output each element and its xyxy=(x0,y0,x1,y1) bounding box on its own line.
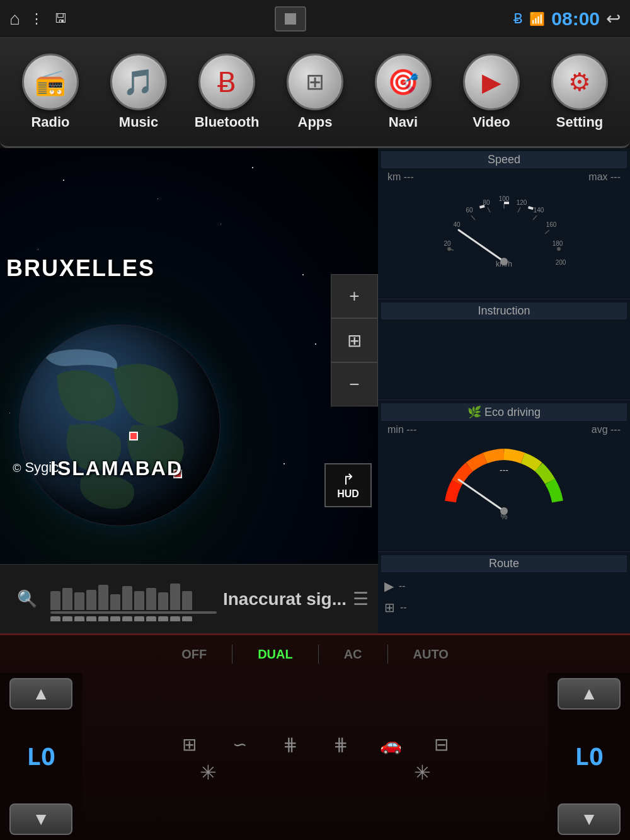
setting-button[interactable]: ⚙ xyxy=(551,54,608,110)
sig-bar-small xyxy=(182,616,192,621)
svg-line-27 xyxy=(459,480,504,511)
stop-button[interactable] xyxy=(275,6,306,32)
wifi-icon: 📶 xyxy=(529,11,545,26)
search-button[interactable]: 🔍 xyxy=(9,582,44,616)
climate-separator xyxy=(387,645,388,664)
sig-bar-small xyxy=(122,616,132,621)
sig-bar-small xyxy=(146,616,156,621)
bluetooth-nav-icon: Ƀ xyxy=(217,66,236,98)
sig-bar xyxy=(146,588,156,610)
svg-rect-21 xyxy=(479,205,485,209)
right-fan-icon[interactable]: ✳ xyxy=(414,761,431,785)
apps-button[interactable]: ⊞ xyxy=(287,54,343,110)
signal-status-text: Inaccurat sig... xyxy=(223,589,346,609)
svg-line-17 xyxy=(533,216,537,220)
music-button[interactable]: 🎵 xyxy=(110,54,167,110)
back-button[interactable]: ↩ xyxy=(606,8,621,29)
sig-bar-small xyxy=(62,616,72,621)
bluetooth-button[interactable]: Ƀ xyxy=(198,54,255,110)
seat-heat-icon[interactable]: ⋕ xyxy=(271,729,309,761)
bottom-status-bar: 🔍 xyxy=(0,564,378,633)
map-controls: + ⊞ − xyxy=(331,274,378,406)
stop-icon xyxy=(285,13,296,25)
hud-arrow-icon: ↱ xyxy=(342,471,355,488)
sig-bar xyxy=(182,591,192,610)
star xyxy=(63,180,64,181)
left-fan-icon[interactable]: ✳ xyxy=(200,761,217,785)
nav-item-music[interactable]: 🎵 Music xyxy=(101,54,176,130)
svg-text:140: 140 xyxy=(534,207,544,214)
svg-rect-22 xyxy=(504,202,509,204)
right-temp-down-button[interactable]: ▼ xyxy=(558,803,621,835)
svg-rect-23 xyxy=(528,206,534,210)
signal-bar-bottom xyxy=(50,611,217,614)
video-label: Video xyxy=(472,114,510,130)
svg-text:200: 200 xyxy=(556,259,566,266)
ac-button[interactable]: AC xyxy=(344,647,362,662)
sig-bar xyxy=(134,591,144,610)
eco-min-label: min --- xyxy=(387,424,416,435)
eco-avg-label: avg --- xyxy=(592,424,621,435)
climate-separator xyxy=(318,645,319,664)
svg-text:120: 120 xyxy=(517,199,527,206)
menu-lines-button[interactable]: ☰ xyxy=(353,589,369,609)
zoom-in-button[interactable]: + xyxy=(331,274,378,318)
music-label: Music xyxy=(119,114,158,130)
home-icon[interactable]: ⌂ xyxy=(9,9,20,29)
svg-line-19 xyxy=(459,230,504,262)
speed-gauge: 20 40 60 80 100 120 140 160 180 200 220 xyxy=(441,186,567,268)
eco-title: 🌿 Eco driving xyxy=(381,403,627,421)
auto-button[interactable]: AUTO xyxy=(413,647,449,662)
hud-label: HUD xyxy=(337,488,359,500)
radio-button[interactable]: 📻 xyxy=(22,54,79,110)
usb-icon: 🖫 xyxy=(54,11,67,26)
eco-gauge: --- % xyxy=(441,439,567,521)
right-temp-up-button[interactable]: ▲ xyxy=(558,678,621,710)
menu-dots-icon[interactable]: ⋮ xyxy=(30,11,45,27)
nav-item-radio[interactable]: 📻 Radio xyxy=(13,54,88,130)
sig-bar xyxy=(74,592,84,610)
instruction-section: Instruction xyxy=(378,299,630,400)
nav-item-apps[interactable]: ⊞ Apps xyxy=(277,54,353,130)
speed-km-label: km --- xyxy=(387,171,414,183)
nav-item-setting[interactable]: ⚙ Setting xyxy=(542,54,617,130)
navi-button[interactable]: 🎯 xyxy=(375,54,432,110)
map-area[interactable]: BRUXELLES ISLAMABAD © Sygic + ⊞ − ↱ HUD … xyxy=(0,148,378,633)
svg-point-25 xyxy=(447,247,451,251)
airflow-body-icon[interactable]: 🚗 xyxy=(372,729,410,761)
star xyxy=(284,463,285,464)
zoom-out-button[interactable]: − xyxy=(331,362,378,406)
dual-button[interactable]: DUAL xyxy=(258,647,293,662)
svg-text:20: 20 xyxy=(444,240,451,247)
setting-label: Setting xyxy=(556,114,604,130)
left-temp-down-button[interactable]: ▼ xyxy=(9,803,72,835)
nav-item-bluetooth[interactable]: Ƀ Bluetooth xyxy=(189,54,265,130)
navi-icon: 🎯 xyxy=(387,67,419,97)
route-row-2: ⊞ -- xyxy=(381,597,627,618)
off-button[interactable]: OFF xyxy=(181,647,207,662)
eco-info-row: min --- avg --- xyxy=(381,424,627,435)
grid-button[interactable]: ⊞ xyxy=(331,318,378,362)
right-panel: Speed km --- max --- 20 xyxy=(378,148,630,633)
star xyxy=(315,343,316,345)
front-defrost-icon[interactable]: ⊟ xyxy=(422,729,460,761)
speed-max-label: max --- xyxy=(588,171,621,183)
left-temp-up-button[interactable]: ▲ xyxy=(9,678,72,710)
star xyxy=(9,413,10,413)
status-bar: ⌂ ⋮ 🖫 Ƀ 📶 08:00 ↩ xyxy=(0,0,630,38)
svg-text:160: 160 xyxy=(546,221,557,228)
climate-main-area: ▲ LO ▼ ⊞ ∽ ⋕ ⋕ 🚗 ⊟ ✳ ✳ ▲ LO ▼ xyxy=(0,673,630,840)
star xyxy=(252,167,253,168)
signal-bar-row-bottom xyxy=(50,616,217,621)
climate-mode-bar: OFF DUAL AC AUTO xyxy=(0,635,630,673)
nav-item-video[interactable]: ▶ Video xyxy=(454,54,529,130)
hud-button[interactable]: ↱ HUD xyxy=(324,463,372,507)
nav-item-navi[interactable]: 🎯 Navi xyxy=(365,54,441,130)
sygic-brand-text: Sygic xyxy=(25,459,59,475)
sig-bar-small xyxy=(86,616,96,621)
rear-defrost-icon[interactable]: ⊞ xyxy=(170,729,208,761)
airflow-icon[interactable]: ∽ xyxy=(220,729,258,761)
seat-cool-icon[interactable]: ⋕ xyxy=(321,729,359,761)
clock-display: 08:00 xyxy=(551,8,600,30)
video-button[interactable]: ▶ xyxy=(463,54,520,110)
